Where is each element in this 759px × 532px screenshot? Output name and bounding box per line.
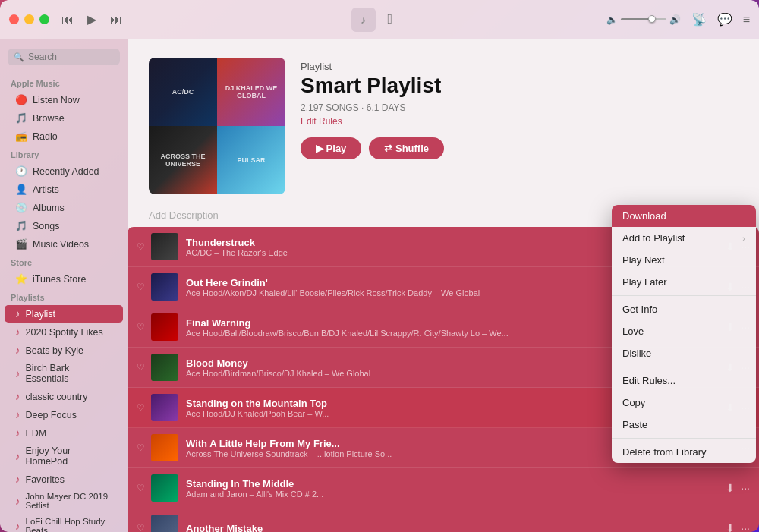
playlist-icon-6: ♪ [15, 409, 20, 420]
sidebar-item-albums[interactable]: 💿 Albums [5, 199, 123, 216]
song-title: Standing In The Middle [186, 478, 720, 490]
playlist-icon-2: ♪ [15, 326, 20, 338]
sidebar-item-label: Favorites [26, 474, 65, 485]
context-menu-separator-3 [612, 438, 756, 439]
play-button[interactable]: ▶ Play [301, 137, 361, 159]
traffic-lights [9, 14, 49, 24]
sidebar-item-favorites[interactable]: ♪ Favorites [5, 471, 123, 488]
sidebar-item-classic-country[interactable]: ♪ classic country [5, 388, 123, 405]
sidebar-item-edm[interactable]: ♪ EDM [5, 424, 123, 442]
song-thumbnail [151, 313, 178, 341]
search-input[interactable] [28, 52, 114, 62]
playlist-artwork: AC/DC DJ KHALED WE GLOBAL ACROSS THE UNI… [149, 58, 285, 194]
heart-icon[interactable]: ♡ [137, 282, 145, 292]
heart-icon[interactable]: ♡ [137, 241, 145, 252]
album-art-1: AC/DC [149, 58, 217, 126]
itunes-store-icon: ⭐ [15, 273, 27, 285]
sidebar-item-music-videos[interactable]: 🎬 Music Videos [5, 235, 123, 253]
play-pause-button[interactable]: ▶ [87, 12, 96, 27]
sidebar-item-label: Browse [33, 113, 65, 124]
context-menu-item-play-later[interactable]: Play Later [612, 271, 756, 293]
heart-icon[interactable]: ♡ [137, 483, 145, 493]
sidebar-item-2020-spotify[interactable]: ♪ 2020 Spotify Likes [5, 323, 123, 341]
music-icon: ♪ [351, 8, 376, 32]
song-info: Another Mistake [186, 523, 720, 533]
sidebar-item-label: Birch Bark Essentials [26, 363, 113, 384]
sidebar-item-lofi[interactable]: ♪ LoFi Chill Hop Study Beats [5, 514, 123, 532]
search-icon: 🔍 [14, 52, 24, 62]
sidebar-item-beats-kyle[interactable]: ♪ Beats by Kyle [5, 342, 123, 359]
sidebar-item-browse[interactable]: 🎵 Browse [5, 109, 123, 127]
context-menu-item-add-to-playlist[interactable]: Add to Playlist › [612, 227, 756, 249]
main-layout: 🔍 Apple Music 🔴 Listen Now 🎵 Browse 📻 Ra… [0, 39, 759, 532]
sidebar-item-label: LoFi Chill Hop Study Beats [26, 517, 113, 532]
sidebar-item-label: Enjoy Your HomePod [26, 445, 113, 467]
song-thumbnail [151, 233, 178, 260]
more-icon[interactable]: ··· [741, 522, 750, 532]
sidebar-item-artists[interactable]: 👤 Artists [5, 181, 123, 198]
song-thumbnail [151, 273, 178, 301]
context-menu-item-love[interactable]: Love [612, 320, 756, 342]
sidebar-item-birch-bark[interactable]: ♪ Birch Bark Essentials [5, 360, 123, 387]
sidebar-item-playlist[interactable]: ♪ Playlist [5, 305, 123, 323]
context-menu-item-dislike[interactable]: Dislike [612, 342, 756, 364]
sidebar-item-listen-now[interactable]: 🔴 Listen Now [5, 91, 123, 109]
listen-now-icon: 🔴 [15, 94, 27, 105]
sidebar-item-label: Songs [33, 221, 59, 231]
context-menu-item-download[interactable]: Download [612, 205, 756, 227]
sidebar-item-deep-focus[interactable]: ♪ Deep Focus [5, 406, 123, 423]
playlist-icon-8: ♪ [15, 451, 20, 462]
rewind-button[interactable]: ⏮ [61, 13, 74, 27]
sidebar-item-recently-added[interactable]: 🕐 Recently Added [5, 162, 123, 180]
song-row[interactable]: ♡ Standing In The Middle Adam and Jaron … [128, 468, 759, 508]
playlist-type-label: Playlist [301, 61, 444, 72]
maximize-button[interactable] [39, 14, 49, 24]
heart-icon[interactable]: ♡ [137, 523, 145, 532]
heart-icon[interactable]: ♡ [137, 322, 145, 332]
volume-slider[interactable] [621, 18, 666, 20]
minimize-button[interactable] [24, 14, 34, 24]
download-icon[interactable]: ⬇ [726, 522, 735, 532]
apple-logo-icon:  [388, 11, 393, 27]
context-menu-item-paste[interactable]: Paste [612, 414, 756, 436]
titlebar-right: 🔈 🔊 📡 💬 ≡ [606, 12, 750, 27]
context-get-info-label: Get Info [622, 304, 657, 315]
context-menu-item-play-next[interactable]: Play Next [612, 249, 756, 271]
music-note-icon: ♪ [361, 14, 366, 26]
volume-high-icon: 🔊 [669, 14, 681, 25]
sidebar-item-enjoy-homepod[interactable]: ♪ Enjoy Your HomePod [5, 442, 123, 470]
search-bar[interactable]: 🔍 [8, 49, 120, 65]
artists-icon: 👤 [15, 184, 27, 195]
context-menu-item-get-info[interactable]: Get Info [612, 298, 756, 320]
song-row[interactable]: ♡ Another Mistake ⬇ ··· [128, 508, 759, 532]
heart-icon[interactable]: ♡ [137, 362, 145, 373]
context-menu-item-edit-rules[interactable]: Edit Rules... [612, 370, 756, 392]
context-menu-item-copy[interactable]: Copy [612, 392, 756, 414]
volume-control[interactable]: 🔈 🔊 [606, 14, 681, 25]
sidebar-section-library: Library [0, 146, 128, 162]
sidebar-item-songs[interactable]: 🎵 Songs [5, 217, 123, 235]
context-copy-label: Copy [622, 397, 645, 408]
sidebar-item-label: classic country [26, 392, 88, 402]
playlist-actions: ▶ Play ⇄ Shuffle [301, 137, 444, 159]
download-icon[interactable]: ⬇ [726, 482, 735, 494]
more-icon[interactable]: ··· [741, 482, 750, 494]
music-videos-icon: 🎬 [15, 238, 27, 250]
sidebar-item-itunes-store[interactable]: ⭐ iTunes Store [5, 270, 123, 288]
context-menu-item-delete[interactable]: Delete from Library [612, 441, 756, 463]
lyrics-button[interactable]: 💬 [717, 12, 732, 27]
fast-forward-button[interactable]: ⏭ [110, 13, 122, 27]
context-edit-rules-label: Edit Rules... [622, 375, 676, 386]
airplay-button[interactable]: 📡 [691, 12, 707, 27]
sidebar-item-john-mayer[interactable]: ♪ John Mayer DC 2019 Setlist [5, 489, 123, 513]
heart-icon[interactable]: ♡ [137, 442, 145, 453]
song-actions: ⬇ ··· [720, 482, 750, 494]
menu-button[interactable]: ≡ [743, 13, 750, 27]
shuffle-button[interactable]: ⇄ Shuffle [369, 137, 444, 159]
heart-icon[interactable]: ♡ [137, 402, 145, 413]
close-button[interactable] [9, 14, 19, 24]
edit-rules-link[interactable]: Edit Rules [301, 116, 444, 127]
song-artist: Adam and Jaron – Alll's Mix CD # 2... [186, 490, 720, 499]
playlist-info: Playlist Smart Playlist 2,197 SONGS · 6.… [301, 58, 444, 159]
sidebar-item-radio[interactable]: 📻 Radio [5, 127, 123, 145]
